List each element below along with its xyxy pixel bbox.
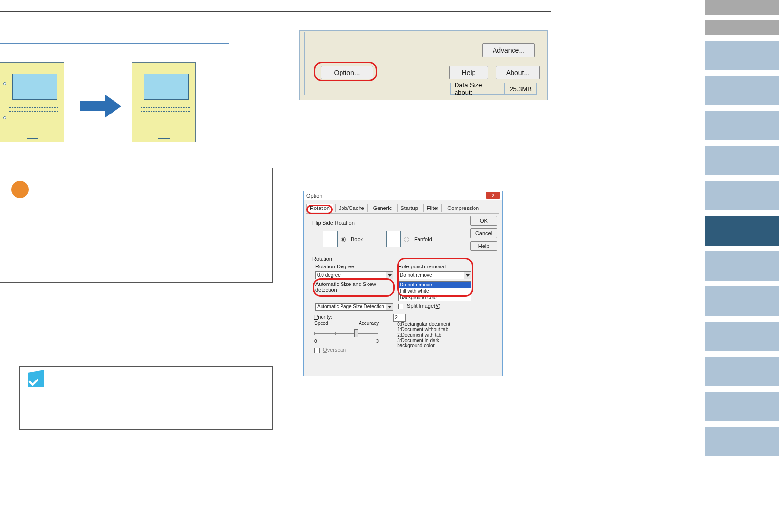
side-tab[interactable]	[705, 20, 779, 35]
priority-label: Priority:	[314, 314, 379, 320]
label-text: Split Image(	[407, 303, 436, 309]
side-tab[interactable]	[705, 322, 779, 351]
section-underline	[0, 43, 229, 44]
data-size-value: 25.3MB	[504, 83, 536, 94]
flip-side-group-label: Flip Side Rotation	[312, 220, 463, 226]
tab-generic[interactable]: Generic	[370, 204, 396, 212]
dialog-buttons: OK Cancel Help	[470, 216, 497, 251]
priority-speed-label: Speed	[314, 321, 328, 326]
side-tab[interactable]	[705, 251, 779, 281]
side-tab[interactable]	[705, 392, 779, 421]
hotkey: R	[315, 264, 319, 269]
callout-ring-option	[314, 62, 377, 81]
overscan-checkbox	[314, 348, 320, 353]
tab-jobcache[interactable]: Job/Cache	[335, 204, 368, 212]
priority-value-spinner[interactable]: 2	[393, 314, 406, 322]
priority-min: 0	[314, 339, 317, 344]
attention-dot-icon	[11, 181, 29, 198]
priority-legend: 0:Rectangular document	[397, 322, 463, 327]
label-text: verscan	[327, 347, 346, 353]
side-tab-active[interactable]	[705, 216, 779, 246]
top-rule	[0, 11, 551, 12]
hotkey: F	[414, 236, 418, 242]
callout-ring-auto-detection	[313, 278, 395, 297]
auto-size-select[interactable]: Automatic Page Size Detection	[315, 303, 393, 311]
fanfold-label: Fanfold	[414, 236, 432, 242]
side-tab[interactable]	[705, 76, 779, 105]
arrow-right-icon	[80, 96, 124, 116]
ok-button[interactable]: OK	[470, 216, 497, 226]
side-tab[interactable]	[705, 146, 779, 175]
priority-accuracy-label: Accuracy	[359, 321, 379, 326]
label-text: ook	[354, 236, 363, 242]
select-value: 0.0 degree	[317, 272, 341, 278]
tab-filter[interactable]: Filter	[423, 204, 442, 212]
label-text: riority:	[318, 314, 332, 320]
tab-compression[interactable]: Compression	[444, 204, 482, 212]
help-button[interactable]: Help	[470, 241, 497, 251]
hotkey: O	[323, 347, 327, 353]
document-before-icon	[0, 62, 64, 142]
help-button[interactable]: Help	[449, 66, 488, 79]
label-text: anfold	[418, 236, 432, 242]
label-text: otation Degree:	[319, 264, 356, 269]
book-radio[interactable]	[341, 237, 346, 242]
split-image-checkbox[interactable]	[398, 304, 403, 309]
split-image-checkbox-row: Split Image(V)	[398, 303, 471, 311]
priority-legend: 1:Document without tab	[397, 327, 463, 332]
fanfold-radio[interactable]	[404, 237, 409, 242]
hotkey: H	[462, 69, 467, 76]
side-tab[interactable]	[705, 286, 779, 316]
side-tab[interactable]	[705, 0, 779, 15]
priority-max: 3	[376, 339, 379, 344]
callout-ring-hole-punch	[397, 258, 473, 297]
hint-check-icon	[28, 373, 44, 387]
chevron-down-icon	[386, 304, 393, 310]
priority-legend: 3:Document in dark background color	[397, 338, 463, 348]
book-label: Book	[351, 236, 363, 242]
rotation-degree-label: Rotation Degree:	[315, 264, 393, 269]
document-after-icon	[132, 62, 196, 142]
book-icon	[323, 231, 338, 247]
priority-slider[interactable]	[314, 326, 378, 338]
overscan-row: Overscan	[314, 347, 379, 353]
side-tab[interactable]	[705, 41, 779, 70]
attention-box	[0, 168, 273, 283]
dialog-title: Option	[306, 193, 322, 199]
about-button[interactable]: About...	[496, 66, 540, 79]
data-size-label: Data Size about:	[451, 81, 504, 96]
select-value: Automatic Page Size Detection	[317, 304, 384, 309]
option-dialog: Option x Rotation Job/Cache Generic Star…	[303, 191, 503, 376]
hole-removal-illustration	[0, 62, 195, 150]
hotkey: V	[436, 303, 439, 309]
side-tab[interactable]	[705, 427, 779, 456]
label-text: elp	[467, 69, 476, 76]
priority-legend: 2:Document with tab	[397, 332, 463, 338]
data-size-status: Data Size about: 25.3MB	[450, 83, 537, 95]
advance-button[interactable]: Advance...	[482, 43, 535, 57]
dialog-titlebar: Option x	[304, 191, 502, 200]
side-tabs	[705, 0, 779, 456]
cancel-button[interactable]: Cancel	[470, 228, 497, 238]
driver-main-window-fragment: Advance... Option... Help About... Data …	[299, 30, 548, 100]
split-image-label: Split Image(V)	[407, 303, 441, 309]
fanfold-icon	[386, 231, 401, 247]
dialog-tabs: Rotation Job/Cache Generic Startup Filte…	[306, 203, 499, 214]
side-tab[interactable]	[705, 357, 779, 386]
close-button[interactable]: x	[486, 192, 500, 199]
chevron-down-icon	[386, 272, 393, 279]
tab-startup[interactable]: Startup	[397, 204, 421, 212]
side-tab[interactable]	[705, 111, 779, 140]
side-tab[interactable]	[705, 181, 779, 210]
callout-ring-rotation-tab	[306, 205, 333, 214]
label-text: )	[439, 303, 441, 309]
hint-box	[19, 366, 273, 430]
